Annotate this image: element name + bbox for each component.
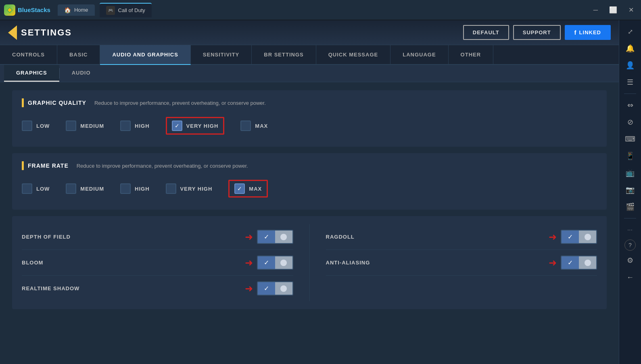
home-tab[interactable]: 🏠 Home [58, 4, 95, 16]
realtime-shadow-toggle[interactable]: ✓ [257, 281, 293, 295]
framerate-checkbox-low [22, 183, 32, 194]
framerate-checkbox-max: ✓ [234, 183, 245, 194]
frame-rate-desc: Reduce to improve performance, prevent o… [77, 163, 248, 169]
restore-button[interactable]: ⬜ [606, 4, 620, 15]
close-button[interactable]: ✕ [625, 4, 637, 15]
quality-label-very-high: VERY HIGH [186, 123, 219, 129]
quality-option-max[interactable]: MAX [240, 121, 268, 131]
toggle-settings-section: DEPTH OF FIELD ➜ ✓ BLOOM ➜ [12, 216, 607, 309]
game-tab[interactable]: 🎮 Call of Duty [100, 3, 152, 17]
bloom-toggle-circle [280, 260, 287, 266]
anti-aliasing-toggle[interactable]: ✓ [561, 256, 597, 270]
quality-option-medium[interactable]: MEDIUM [66, 121, 104, 131]
quality-label-low: LOW [36, 123, 50, 129]
quality-checkbox-medium [66, 121, 76, 131]
sub-tab-graphics[interactable]: GRAPHICS [4, 65, 59, 82]
minimize-button[interactable]: ─ [590, 5, 601, 15]
keyboard-icon[interactable]: ⌨ [623, 132, 637, 146]
tab-sensitivity[interactable]: SENSITIVITY [191, 45, 252, 65]
framerate-option-very-high[interactable]: VERY HIGH [166, 183, 213, 194]
sub-tab-bar: GRAPHICS AUDIO [0, 65, 619, 82]
help-icon[interactable]: ? [624, 239, 636, 251]
toggle-depth-of-field: DEPTH OF FIELD ➜ ✓ [22, 224, 293, 250]
bluestacks-logo: BlueStacks [4, 4, 50, 16]
graphic-quality-header: GRAPHIC QUALITY Reduce to improve perfor… [22, 98, 597, 107]
tv-icon[interactable]: 📺 [623, 166, 637, 180]
toggle-left-column: DEPTH OF FIELD ➜ ✓ BLOOM ➜ [22, 224, 293, 301]
right-sidebar: ⤢ 🔔 👤 ☰ ⇔ ⊘ ⌨ 📱 📺 📷 🎬 ··· ? ⚙ ← [619, 20, 641, 364]
slash-icon[interactable]: ⊘ [623, 115, 637, 129]
framerate-label-max: MAX [249, 186, 262, 192]
profile-icon[interactable]: 👤 [623, 58, 637, 73]
depth-of-field-arrow: ➜ [245, 231, 253, 243]
facebook-icon: f [574, 29, 577, 36]
depth-of-field-toggle[interactable]: ✓ [257, 230, 293, 244]
frame-rate-indicator [22, 161, 24, 170]
bloom-toggle[interactable]: ✓ [257, 256, 293, 270]
quality-checkbox-high [120, 121, 131, 131]
toggle-anti-aliasing: ANTI-ALIASING ➜ ✓ [326, 250, 597, 276]
framerate-checkbox-medium [66, 183, 76, 194]
quality-checkbox-low [22, 121, 32, 131]
anti-aliasing-toggle-on: ✓ [562, 256, 579, 269]
quality-option-very-high[interactable]: ✓ VERY HIGH [166, 117, 225, 135]
menu-icon[interactable]: ☰ [623, 75, 637, 89]
bloom-toggle-off [275, 256, 292, 269]
bloom-toggle-on: ✓ [258, 256, 275, 269]
quality-option-high[interactable]: HIGH [120, 121, 150, 131]
sub-tab-audio[interactable]: AUDIO [60, 65, 103, 82]
gear-icon[interactable]: ⚙ [623, 253, 637, 268]
realtime-shadow-toggle-on: ✓ [258, 282, 275, 295]
framerate-option-max[interactable]: ✓ MAX [228, 180, 268, 198]
graphic-quality-section: GRAPHIC QUALITY Reduce to improve perfor… [12, 90, 607, 147]
camera-icon[interactable]: 📷 [623, 183, 637, 197]
framerate-label-low: LOW [36, 186, 50, 192]
title-bar-right: ─ ⬜ ✕ [590, 4, 637, 15]
ragdoll-toggle-on: ✓ [562, 231, 579, 243]
tab-bar: CONTROLS BASIC AUDIO AND GRAPHICS SENSIT… [0, 45, 619, 65]
sidebar-divider-1 [624, 94, 636, 94]
tab-basic[interactable]: BASIC [57, 45, 100, 65]
video-icon[interactable]: 🎬 [623, 200, 637, 214]
linked-button[interactable]: f LINKED [565, 25, 611, 40]
linked-label: LINKED [579, 29, 601, 35]
graphic-quality-title: GRAPHIC QUALITY [28, 100, 86, 106]
tab-audio-graphics[interactable]: AUDIO AND GRAPHICS [100, 45, 190, 65]
bluestacks-icon [4, 4, 15, 16]
framerate-checkbox-very-high [166, 183, 176, 194]
notification-icon[interactable]: 🔔 [623, 41, 637, 56]
phone-icon[interactable]: 📱 [623, 149, 637, 163]
quality-checkbox-very-high: ✓ [172, 121, 182, 131]
frame-rate-title: FRAME RATE [28, 162, 69, 169]
header-buttons: DEFAULT SUPPORT f LINKED [463, 25, 611, 40]
settings-arrow-icon [8, 25, 17, 40]
framerate-option-low[interactable]: LOW [22, 183, 50, 194]
settings-logo: SETTINGS [8, 25, 72, 40]
more-icon[interactable]: ··· [623, 223, 637, 237]
ragdoll-toggle[interactable]: ✓ [561, 230, 597, 244]
sidebar-divider-2 [624, 218, 636, 218]
anti-aliasing-toggle-off [579, 256, 596, 269]
anti-aliasing-label: ANTI-ALIASING [326, 260, 549, 266]
toggle-realtime-shadow: REALTIME SHADOW ➜ ✓ [22, 276, 293, 301]
framerate-option-medium[interactable]: MEDIUM [66, 183, 104, 194]
support-button[interactable]: SUPPORT [513, 25, 561, 40]
tab-controls[interactable]: CONTROLS [0, 45, 57, 65]
depth-of-field-label: DEPTH OF FIELD [22, 234, 245, 240]
game-icon: 🎮 [106, 6, 115, 15]
framerate-option-high[interactable]: HIGH [120, 183, 150, 194]
quality-option-low[interactable]: LOW [22, 121, 50, 131]
resize-icon[interactable]: ⇔ [623, 98, 637, 112]
ragdoll-arrow: ➜ [549, 231, 557, 243]
default-button[interactable]: DEFAULT [463, 25, 509, 40]
content-area: GRAPHIC QUALITY Reduce to improve perfor… [0, 82, 619, 364]
settings-header: SETTINGS DEFAULT SUPPORT f LINKED [0, 20, 619, 45]
toggle-right-column: RAGDOLL ➜ ✓ ANTI-ALIASING ➜ [326, 224, 597, 301]
tab-language[interactable]: LANGUAGE [390, 45, 448, 65]
expand-icon[interactable]: ⤢ [623, 24, 637, 39]
home-tab-label: Home [74, 7, 88, 13]
tab-other[interactable]: OTHER [449, 45, 494, 65]
tab-br-settings[interactable]: BR SETTINGS [252, 45, 316, 65]
tab-quick-message[interactable]: QUICK MESSAGE [316, 45, 391, 65]
back-icon[interactable]: ← [623, 270, 637, 285]
